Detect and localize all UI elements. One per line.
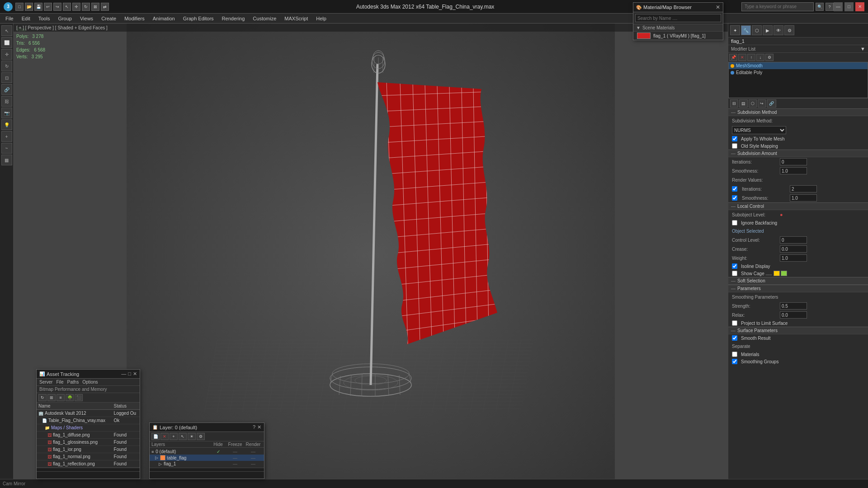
menu-group[interactable]: Group xyxy=(54,15,75,22)
render-smoothness-checkbox[interactable] xyxy=(732,195,737,201)
render-iterations-input[interactable] xyxy=(790,185,817,192)
layers-new-layer-button[interactable]: 📄 xyxy=(151,433,160,440)
rotate-button[interactable]: ↻ xyxy=(82,3,90,11)
table-row[interactable]: 📁Maps / Shaders xyxy=(37,424,140,432)
modifier-list-dropdown-arrow[interactable]: ▼ xyxy=(860,46,865,52)
redo-button[interactable]: ↪ xyxy=(53,3,61,11)
list-item[interactable]: ≡ 0 (default) ✓ — — xyxy=(150,449,264,455)
asset-menu-file[interactable]: File xyxy=(56,380,63,385)
strength-input[interactable] xyxy=(780,302,807,310)
help-button[interactable]: ? xyxy=(826,3,834,11)
layers-delete-button[interactable]: ✕ xyxy=(160,433,169,440)
cage-color1-swatch[interactable] xyxy=(774,271,780,276)
subdivision-method-dropdown[interactable]: NURMS xyxy=(732,126,786,134)
menu-file[interactable]: File xyxy=(2,15,17,22)
smooth-result-checkbox[interactable] xyxy=(732,335,737,341)
iterations-input[interactable] xyxy=(780,158,807,165)
modifier-configure-button[interactable]: ⚙ xyxy=(765,54,774,61)
modifier-move-down-button[interactable]: ↓ xyxy=(756,54,764,61)
selection-sets-button[interactable]: ▦ xyxy=(1,155,12,165)
smoothness-input[interactable] xyxy=(780,167,807,174)
asset-menu-options[interactable]: Options xyxy=(82,380,98,385)
layers-select-objects-button[interactable]: ↖ xyxy=(179,433,187,440)
local-control-header[interactable]: — Local Control xyxy=(728,202,868,210)
menu-help[interactable]: Help xyxy=(312,15,330,22)
scale-button[interactable]: ⊠ xyxy=(91,3,99,11)
menu-maxscript[interactable]: MAXScript xyxy=(281,15,311,22)
asset-scrollbar[interactable] xyxy=(37,468,140,471)
menu-tools[interactable]: Tools xyxy=(35,15,54,22)
table-row[interactable]: 🖼flag_1_diffuse.png Found xyxy=(37,432,140,439)
apply-whole-mesh-checkbox[interactable] xyxy=(732,136,737,141)
save-file-button[interactable]: 💾 xyxy=(34,3,42,11)
layers-add-selected-button[interactable]: + xyxy=(170,433,178,440)
menu-animation[interactable]: Animation xyxy=(149,15,179,22)
list-item[interactable]: flag_1 ( VRayMtl ) [flag_1] xyxy=(633,32,723,40)
rotate-tool-button[interactable]: ↻ xyxy=(1,61,12,71)
asset-view-button[interactable]: ⊞ xyxy=(47,394,56,401)
camera-button[interactable]: 📷 xyxy=(1,108,12,118)
open-file-button[interactable]: 📂 xyxy=(25,3,33,11)
menu-edit[interactable]: Edit xyxy=(18,15,34,22)
space-warp-button[interactable]: ~ xyxy=(1,143,12,154)
move-tool-button[interactable]: ✛ xyxy=(1,49,12,60)
new-file-button[interactable]: □ xyxy=(15,3,24,11)
list-item[interactable]: ▷ table_flag — — xyxy=(150,455,264,461)
asset-menu-paths[interactable]: Paths xyxy=(67,380,79,385)
cage-color2-swatch[interactable] xyxy=(781,271,787,276)
unlink-button[interactable]: ⛓ xyxy=(1,96,12,107)
mirror-button[interactable]: ⇄ xyxy=(101,3,109,11)
menu-rendering[interactable]: Rendering xyxy=(218,15,249,22)
asset-menu-server[interactable]: Server xyxy=(39,380,52,385)
menu-views[interactable]: Views xyxy=(76,15,97,22)
render-iterations-checkbox[interactable] xyxy=(732,186,737,192)
mod-view-btn2[interactable]: ▤ xyxy=(739,99,748,108)
subdivision-method-header[interactable]: — Subdivision Method xyxy=(728,108,868,116)
crease-input[interactable] xyxy=(780,245,807,253)
modifier-pin-button[interactable]: 📌 xyxy=(729,54,737,61)
show-cage-checkbox[interactable] xyxy=(732,271,737,276)
menu-modifiers[interactable]: Modifiers xyxy=(121,15,148,22)
utilities-panel-button[interactable]: ⚙ xyxy=(784,25,794,35)
subdivision-amount-header[interactable]: — Subdivision Amount xyxy=(728,150,868,157)
layers-highlight-button[interactable]: ☀ xyxy=(188,433,196,440)
isoline-display-checkbox[interactable] xyxy=(732,263,737,269)
mod-view-btn3[interactable]: ⬡ xyxy=(749,99,757,108)
select-tool-button[interactable]: ↖ xyxy=(1,25,12,36)
layers-settings-button[interactable]: ⚙ xyxy=(197,433,205,440)
mat-browser-close-button[interactable]: ✕ xyxy=(716,4,720,10)
smoothing-groups-checkbox[interactable] xyxy=(732,359,737,364)
motion-panel-button[interactable]: ▶ xyxy=(763,25,773,35)
parameters-header[interactable]: — Parameters xyxy=(728,285,868,292)
helper-button[interactable]: + xyxy=(1,131,12,142)
cage-color-swatch[interactable] xyxy=(774,271,787,276)
hierarchy-panel-button[interactable]: ⬡ xyxy=(752,25,762,35)
asset-large-icon-button[interactable]: ⬛ xyxy=(75,394,83,401)
mod-view-btn4[interactable]: ↪ xyxy=(758,99,766,108)
display-panel-button[interactable]: 👁 xyxy=(774,25,783,35)
move-button[interactable]: ✛ xyxy=(72,3,80,11)
ignore-backfacing-checkbox[interactable] xyxy=(732,220,737,225)
mod-view-btn5[interactable]: 🔗 xyxy=(767,99,776,108)
create-panel-button[interactable]: ✦ xyxy=(730,25,740,35)
select-button[interactable]: ↖ xyxy=(63,3,71,11)
materials-checkbox[interactable] xyxy=(732,352,737,357)
modify-panel-button[interactable]: 🔧 xyxy=(741,25,751,35)
maximize-button[interactable]: □ xyxy=(844,2,854,11)
soft-selection-header[interactable]: — Soft Selection xyxy=(728,277,868,285)
relax-input[interactable] xyxy=(780,311,807,319)
table-row[interactable]: 📄Table_Flag_China_vray.max Ok xyxy=(37,417,140,424)
modifier-delete-button[interactable]: ✕ xyxy=(738,54,746,61)
table-row[interactable]: 🖼flag_1_reflection.png Found xyxy=(37,460,140,468)
asset-tracking-minimize-button[interactable]: — xyxy=(121,371,126,377)
list-item[interactable]: Editable Poly xyxy=(729,69,868,76)
mod-view-btn1[interactable]: ⊟ xyxy=(730,99,738,108)
table-row[interactable]: 🏢Autodesk Vault 2012 Logged Ou xyxy=(37,410,140,417)
table-row[interactable]: 🖼flag_1_normal.png Found xyxy=(37,453,140,460)
list-item[interactable]: MeshSmooth xyxy=(729,62,868,69)
scale-tool-button[interactable]: ⊡ xyxy=(1,72,12,83)
control-level-input[interactable] xyxy=(780,236,807,244)
search-button[interactable]: 🔍 xyxy=(816,3,824,11)
minimize-button[interactable]: — xyxy=(834,2,843,11)
table-row[interactable]: 🖼flag_1_ior.png Found xyxy=(37,446,140,453)
